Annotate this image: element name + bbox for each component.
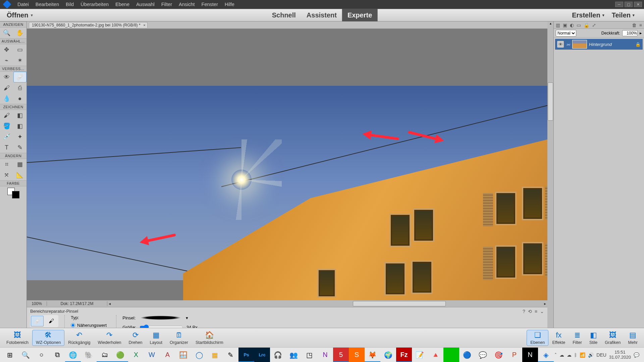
background-color-icon[interactable] [12, 191, 19, 198]
collapse-icon[interactable]: ⌄ [540, 309, 544, 314]
crop-tool-icon[interactable]: ⌗ [0, 159, 13, 170]
h-scroll-thumb[interactable] [353, 301, 446, 306]
open-button[interactable]: Öffnen [0, 11, 38, 19]
new-layer-icon[interactable]: ▥ [556, 22, 560, 28]
layer-name[interactable]: Hintergrund [589, 42, 612, 47]
menu-bearbeiten[interactable]: Bearbeiten [32, 0, 62, 8]
tray-bluetooth-icon[interactable]: ᛒ [574, 352, 577, 358]
taskbar-app-icon[interactable]: ▦ [207, 348, 223, 362]
taskbar-teams-icon[interactable]: 👥 [286, 348, 302, 362]
panelbtn-effekte[interactable]: fxEffekte [548, 330, 569, 346]
taskbar-app-icon[interactable] [443, 348, 459, 362]
opacity-stepper-icon[interactable]: ▸ [640, 31, 642, 36]
canvas[interactable]: 100% Dok: 17.2M/17.2M ◂ ▸ [27, 29, 547, 307]
panelbtn-drehen[interactable]: ⟳Drehen [125, 330, 146, 346]
taskbar-lightroom-icon[interactable]: Lrc [254, 348, 270, 362]
taskbar-app-icon[interactable]: 🌍 [380, 348, 396, 362]
taskbar-cortana-icon[interactable]: ○ [34, 348, 49, 362]
window-minimize-button[interactable]: ─ [615, 2, 623, 7]
taskbar-onenote-icon[interactable]: N [317, 348, 333, 362]
taskbar-app-icon[interactable]: 🔵 [459, 348, 475, 362]
blend-mode-select[interactable]: Normal [556, 30, 576, 37]
brush-preview-icon[interactable] [139, 315, 182, 320]
v-scrollbar[interactable]: ▴ ▾ [547, 21, 553, 347]
window-close-button[interactable]: ✕ [634, 2, 642, 7]
menu-hilfe[interactable]: Hilfe [221, 0, 238, 8]
panelbtn-redo[interactable]: ↷Wiederholen [94, 330, 125, 346]
trash-icon[interactable]: 🗑 [632, 22, 637, 28]
blur-tool-icon[interactable]: 💧 [0, 93, 13, 104]
menu-fenster[interactable]: Fenster [198, 0, 221, 8]
layer-row[interactable]: 👁 ⫘ Hintergrund 🔒 [555, 39, 643, 50]
taskbar-app-icon[interactable]: 🐘 [81, 348, 97, 362]
sponge-tool-icon[interactable]: ● [13, 93, 27, 104]
tab-schnell[interactable]: Schnell [267, 9, 301, 21]
taskbar-filezilla-icon[interactable]: Fz [396, 348, 412, 362]
panelbtn-undo[interactable]: ↶Rückgängig [64, 330, 94, 346]
tray-volume-icon[interactable]: 🔊 [588, 352, 594, 358]
taskbar-pse-icon[interactable]: ◈ [538, 348, 554, 362]
taskbar-app-icon[interactable]: 🎯 [491, 348, 506, 362]
brush-tool-icon[interactable]: 🖌 [0, 110, 13, 121]
tray-wifi-icon[interactable]: 📶 [580, 352, 585, 358]
taskbar-app-icon[interactable]: 📝 [412, 348, 428, 362]
tab-experte[interactable]: Experte [342, 9, 377, 21]
close-tab-icon[interactable]: × [143, 23, 145, 27]
h-scroll-track[interactable] [116, 301, 539, 306]
radio-proximity[interactable]: Näherungswert [71, 323, 110, 328]
lasso-tool-icon[interactable]: ⌁ [0, 55, 13, 66]
menu-ueberarbeiten[interactable]: Überarbeiten [77, 0, 112, 8]
taskbar-explorer-icon[interactable]: 🗂 [97, 348, 112, 362]
taskbar-excel-icon[interactable]: X [128, 348, 144, 362]
panelbtn-wzopt[interactable]: 🛠WZ-Optionen [32, 330, 64, 346]
taskbar-taskview-icon[interactable]: ⧉ [49, 348, 65, 362]
v-scroll-thumb[interactable] [548, 82, 553, 121]
panel-menu-icon[interactable]: ≡ [639, 22, 642, 28]
panelbtn-fotobereich[interactable]: 🖼Fotobereich [3, 330, 32, 346]
taskbar-whatsapp-icon[interactable]: 💬 [475, 348, 491, 362]
layer-link-icon[interactable]: ⫘ [566, 42, 570, 47]
panelbtn-organizer[interactable]: 🗓Organizer [166, 330, 192, 346]
pencil-tool-icon[interactable]: ✎ [13, 142, 27, 153]
document-tab[interactable]: 190130-N75_8660_1_2photomatix-2.jpg bei … [29, 22, 148, 28]
layer-lock-icon[interactable]: 🔒 [635, 42, 641, 47]
teilen-button[interactable]: Teilen [612, 11, 635, 19]
eraser-tool-icon[interactable]: ◧ [13, 110, 27, 121]
panelbtn-ebenen[interactable]: ❏Ebenen [527, 330, 548, 346]
menu-ebene[interactable]: Ebene [112, 0, 133, 8]
window-maximize-button[interactable]: ▢ [625, 2, 633, 7]
content-aware-move-icon[interactable]: ⤧ [0, 170, 13, 180]
opacity-input[interactable] [622, 30, 638, 36]
straighten-tool-icon[interactable]: 📐 [13, 170, 27, 180]
taskbar-app-icon[interactable]: 🎧 [270, 348, 286, 362]
layer-mask-icon[interactable]: ▭ [577, 22, 581, 28]
scroll-up-icon[interactable]: ▴ [547, 21, 553, 25]
tray-cloud-icon[interactable]: ☁ [559, 352, 564, 358]
taskbar-app-icon[interactable]: 5 [333, 348, 349, 362]
eyedropper-tool-icon[interactable]: 💉 [0, 131, 13, 142]
hand-tool-icon[interactable]: ✋ [13, 27, 27, 38]
tray-onedrive-icon[interactable]: ☁ [567, 352, 572, 358]
tray-notifications-icon[interactable]: 💬 [634, 352, 639, 358]
recompose-tool-icon[interactable]: ▦ [13, 159, 27, 170]
move-tool-icon[interactable]: ✥ [0, 44, 13, 55]
help-icon[interactable]: ? [523, 309, 525, 314]
taskbar-word-icon[interactable]: W [144, 348, 160, 362]
zoom-tool-icon[interactable]: 🔍 [0, 27, 13, 38]
taskbar-search-icon[interactable]: 🔍 [18, 348, 34, 362]
link-layers-icon[interactable]: ⤢ [592, 22, 596, 28]
erstellen-button[interactable]: Erstellen [572, 11, 604, 19]
taskbar-firefox-icon[interactable]: 🦊 [365, 348, 380, 362]
menu-datei[interactable]: Datei [14, 0, 32, 8]
taskbar-app-icon[interactable]: ◯ [191, 348, 207, 362]
tray-language[interactable]: DEU [596, 352, 606, 358]
taskbar-app-icon[interactable]: 🪟 [175, 348, 191, 362]
shape-tool-icon[interactable]: ✦ [13, 131, 27, 142]
taskbar-notion-icon[interactable]: N [522, 348, 538, 362]
panelbtn-filter[interactable]: ≣Filter [569, 330, 586, 346]
clone-stamp-tool-icon[interactable]: ⎙ [13, 82, 27, 93]
menu-bild[interactable]: Bild [62, 0, 77, 8]
menu-ansicht[interactable]: Ansicht [175, 0, 198, 8]
layer-thumbnail[interactable] [572, 40, 587, 49]
quick-select-tool-icon[interactable]: ✶ [13, 55, 27, 66]
